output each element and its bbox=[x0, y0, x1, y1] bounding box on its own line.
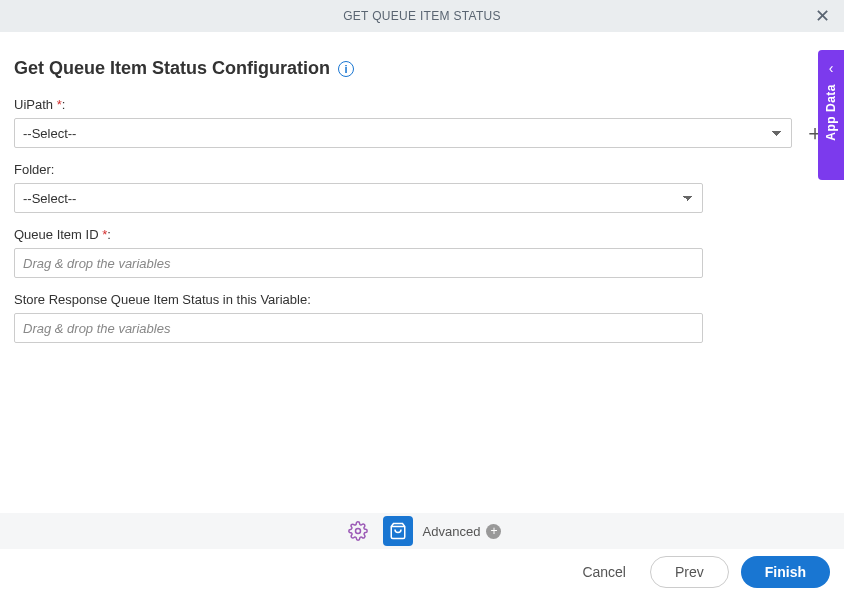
shopping-bag-icon[interactable] bbox=[383, 516, 413, 546]
chevron-left-icon: ‹ bbox=[829, 60, 834, 76]
finish-button[interactable]: Finish bbox=[741, 556, 830, 588]
store-response-field: Store Response Queue Item Status in this… bbox=[14, 292, 830, 343]
uipath-select[interactable]: --Select-- bbox=[14, 118, 792, 148]
advanced-toggle[interactable]: Advanced + bbox=[423, 524, 502, 539]
queue-item-id-label: Queue Item ID *: bbox=[14, 227, 830, 242]
store-response-label: Store Response Queue Item Status in this… bbox=[14, 292, 830, 307]
store-response-input[interactable] bbox=[14, 313, 703, 343]
uipath-label: UiPath *: bbox=[14, 97, 830, 112]
cancel-button[interactable]: Cancel bbox=[570, 556, 638, 588]
content-area: Get Queue Item Status Configuration i Ui… bbox=[0, 32, 844, 369]
uipath-field: UiPath *: --Select-- ＋ bbox=[14, 97, 830, 148]
info-icon[interactable]: i bbox=[338, 61, 354, 77]
app-data-tab[interactable]: ‹ App Data bbox=[818, 50, 844, 180]
footer-actions: Cancel Prev Finish bbox=[0, 549, 844, 595]
svg-point-0 bbox=[355, 529, 360, 534]
gear-icon[interactable] bbox=[343, 516, 373, 546]
app-data-tab-label: App Data bbox=[824, 84, 838, 141]
close-icon[interactable]: ✕ bbox=[811, 3, 834, 29]
dialog-title: GET QUEUE ITEM STATUS bbox=[343, 9, 501, 23]
dialog-header: GET QUEUE ITEM STATUS ✕ bbox=[0, 0, 844, 32]
folder-field: Folder: --Select-- bbox=[14, 162, 830, 213]
folder-label: Folder: bbox=[14, 162, 830, 177]
page-title-text: Get Queue Item Status Configuration bbox=[14, 58, 330, 79]
folder-select[interactable]: --Select-- bbox=[14, 183, 703, 213]
prev-button[interactable]: Prev bbox=[650, 556, 729, 588]
queue-item-id-input[interactable] bbox=[14, 248, 703, 278]
advanced-label: Advanced bbox=[423, 524, 481, 539]
page-title: Get Queue Item Status Configuration i bbox=[14, 58, 830, 79]
plus-circle-icon: + bbox=[486, 524, 501, 539]
bottom-toolbar: Advanced + bbox=[0, 513, 844, 549]
queue-item-id-field: Queue Item ID *: bbox=[14, 227, 830, 278]
